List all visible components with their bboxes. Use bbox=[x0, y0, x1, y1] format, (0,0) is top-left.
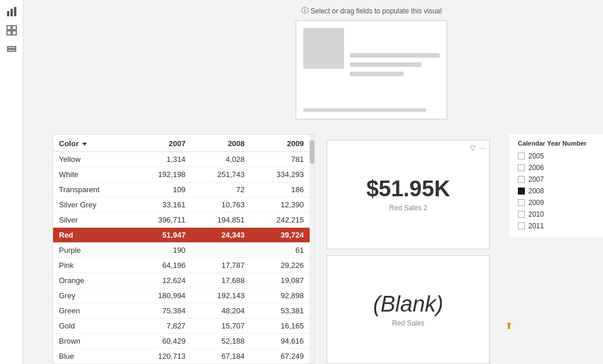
placeholder-hint: ⓘ Select or drag fields to populate this… bbox=[302, 6, 442, 16]
placeholder-lines bbox=[350, 28, 440, 101]
kpi-card: ▽ ··· $51.95K Red Sales 2 bbox=[327, 140, 490, 249]
ellipsis-icon[interactable]: ··· bbox=[480, 144, 486, 152]
placeholder-row bbox=[303, 28, 440, 101]
filter-icon[interactable]: ▽ bbox=[470, 144, 475, 152]
table-row: Brown60,42952,18894,616 bbox=[53, 334, 310, 349]
y2007-cell: 120,713 bbox=[132, 349, 191, 364]
y2007-cell: 180,994 bbox=[132, 288, 191, 303]
legend-checkbox[interactable] bbox=[518, 153, 525, 160]
svg-rect-6 bbox=[12, 31, 16, 35]
main-content: ⓘ Select or drag fields to populate this… bbox=[23, 0, 603, 364]
legend-year-label: 2010 bbox=[528, 210, 544, 218]
y2009-cell: 53,381 bbox=[251, 303, 310, 319]
legend-items: 2005200620072008200920102011 bbox=[518, 150, 595, 232]
y2009-cell: 19,087 bbox=[251, 273, 310, 288]
svg-rect-5 bbox=[7, 31, 11, 35]
blank-label: Red Sales bbox=[392, 319, 424, 327]
legend-checkbox[interactable] bbox=[518, 222, 525, 229]
legend-checkbox[interactable] bbox=[518, 164, 525, 171]
color-cell: Silver Grey bbox=[53, 197, 132, 213]
y2008-cell: 17,787 bbox=[191, 258, 250, 273]
y2009-cell: 12,390 bbox=[251, 197, 310, 213]
grid-icon[interactable] bbox=[5, 23, 19, 37]
legend-item[interactable]: 2009 bbox=[518, 197, 595, 208]
table-scroll-wrapper: Color 2007 2008 2009 Yellow1,3144,028781… bbox=[53, 135, 314, 363]
table-row: Red51,94724,34339,724 bbox=[53, 228, 310, 243]
y2008-cell: 4,028 bbox=[191, 152, 250, 167]
legend-year-label: 2006 bbox=[528, 164, 544, 172]
color-cell: Red bbox=[53, 228, 132, 243]
table-row: Silver396,711194,851242,215 bbox=[53, 213, 310, 228]
y2007-header[interactable]: 2007 bbox=[132, 135, 191, 152]
legend-checkbox[interactable] bbox=[518, 199, 525, 206]
kpi-value: $51.95K bbox=[366, 177, 450, 202]
legend-checkbox[interactable] bbox=[518, 211, 525, 218]
table-row: Green75,38448,20453,381 bbox=[53, 303, 310, 319]
placeholder-visual: ⓘ Select or drag fields to populate this… bbox=[296, 6, 447, 119]
svg-rect-1 bbox=[10, 9, 13, 16]
bar-chart-icon[interactable] bbox=[5, 5, 19, 19]
y2009-cell: 334,293 bbox=[251, 167, 310, 182]
svg-rect-7 bbox=[8, 47, 16, 48]
y2007-cell: 75,384 bbox=[132, 303, 191, 319]
color-cell: Purple bbox=[53, 243, 132, 258]
placeholder-line-1 bbox=[350, 53, 440, 58]
info-icon: ⓘ bbox=[302, 6, 308, 16]
y2007-cell: 1,314 bbox=[132, 152, 191, 167]
y2007-cell: 12,624 bbox=[132, 273, 191, 288]
kpi-label: Red Sales 2 bbox=[389, 204, 427, 212]
legend-year-label: 2007 bbox=[528, 175, 544, 183]
legend-item[interactable]: 2008 bbox=[518, 185, 595, 197]
table-row: Orange12,62417,68819,087 bbox=[53, 273, 310, 288]
y2009-cell: 781 bbox=[251, 152, 310, 167]
layers-icon[interactable] bbox=[5, 42, 19, 56]
color-cell: Green bbox=[53, 303, 132, 319]
y2007-cell: 51,947 bbox=[132, 228, 191, 243]
blank-card: (Blank) Red Sales bbox=[327, 255, 490, 365]
legend-year-label: 2009 bbox=[528, 199, 544, 207]
sidebar bbox=[0, 0, 23, 364]
svg-rect-2 bbox=[14, 7, 16, 16]
color-cell: Grey bbox=[53, 288, 132, 303]
color-cell: White bbox=[53, 167, 132, 182]
table-row: Gold7,82715,70716,165 bbox=[53, 319, 310, 334]
y2009-header[interactable]: 2009 bbox=[251, 135, 310, 152]
legend-item[interactable]: 2011 bbox=[518, 220, 595, 232]
y2009-cell: 16,165 bbox=[251, 319, 310, 334]
legend-item[interactable]: 2007 bbox=[518, 174, 595, 185]
y2007-cell: 109 bbox=[132, 182, 191, 197]
color-cell: Transparent bbox=[53, 182, 132, 197]
color-cell: Orange bbox=[53, 273, 132, 288]
placeholder-line-2 bbox=[350, 62, 422, 67]
scroll-thumb[interactable] bbox=[310, 140, 314, 164]
y2008-cell: 251,743 bbox=[191, 167, 250, 182]
table-header-row: Color 2007 2008 2009 bbox=[53, 135, 310, 152]
table-row: White192,198251,743334,293 bbox=[53, 167, 310, 182]
y2008-header[interactable]: 2008 bbox=[191, 135, 250, 152]
top-area: ⓘ Select or drag fields to populate this… bbox=[23, 0, 603, 134]
legend-item[interactable]: 2005 bbox=[518, 150, 595, 162]
color-cell: Pink bbox=[53, 258, 132, 273]
y2009-cell: 94,616 bbox=[251, 334, 310, 349]
legend-item[interactable]: 2010 bbox=[518, 208, 595, 220]
scroll-bar[interactable] bbox=[310, 135, 314, 363]
sort-arrow bbox=[82, 143, 87, 146]
y2009-cell: 92,898 bbox=[251, 288, 310, 303]
table-body: Yellow1,3144,028781White192,198251,74333… bbox=[53, 152, 310, 364]
color-cell: Brown bbox=[53, 334, 132, 349]
table-row: Transparent10972186 bbox=[53, 182, 310, 197]
y2008-cell: 192,143 bbox=[191, 288, 250, 303]
legend-item[interactable]: 2006 bbox=[518, 162, 595, 174]
y2007-cell: 192,198 bbox=[132, 167, 191, 182]
legend-checkbox[interactable] bbox=[518, 188, 525, 195]
table-row: Blue120,71367,18467,249 bbox=[53, 349, 310, 364]
svg-rect-0 bbox=[7, 11, 9, 16]
cursor-icon: ⬆ bbox=[505, 320, 513, 331]
legend-year-label: 2008 bbox=[528, 187, 544, 195]
y2009-cell: 67,249 bbox=[251, 349, 310, 364]
y2009-cell: 186 bbox=[251, 182, 310, 197]
legend-checkbox[interactable] bbox=[518, 176, 525, 183]
color-header[interactable]: Color bbox=[53, 135, 132, 152]
svg-rect-8 bbox=[8, 50, 16, 51]
table-section[interactable]: Color 2007 2008 2009 Yellow1,3144,028781… bbox=[52, 134, 315, 364]
